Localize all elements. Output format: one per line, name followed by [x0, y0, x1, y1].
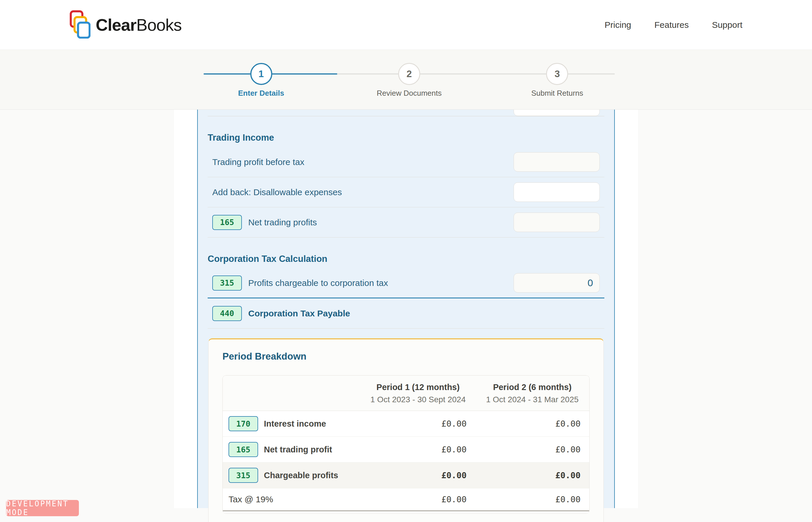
- page-body: Trading Income Trading profit before tax…: [0, 96, 812, 508]
- step-1-label[interactable]: Enter Details: [209, 89, 313, 98]
- step-3-circle[interactable]: 3: [546, 63, 568, 85]
- logo-pages-icon: [69, 10, 90, 40]
- step-2-circle[interactable]: 2: [398, 63, 420, 85]
- development-mode-badge: DEVELOPMENT MODE: [6, 500, 79, 516]
- wizard-stepper: 1 2 3 Enter Details Review Documents Sub…: [204, 50, 615, 109]
- chargeable-profits-input[interactable]: 0: [513, 273, 600, 293]
- row-label: Profits chargeable to corporation tax: [248, 278, 388, 288]
- box-165-badge: 165: [228, 442, 258, 457]
- form-row-trading-profit: Trading profit before tax: [208, 147, 604, 177]
- form-row-disallowable-expenses: Add back: Disallowable expenses: [208, 177, 604, 207]
- totals-divider: [223, 510, 589, 513]
- period-1-dates: 1 Oct 2023 - 30 Sept 2024: [361, 395, 475, 404]
- row-label: Tax @ 19%: [228, 495, 273, 504]
- period-breakdown-title: Period Breakdown: [222, 351, 590, 362]
- period-2-dates: 1 Oct 2024 - 31 Mar 2025: [475, 395, 589, 404]
- table-row-interest-income: 170 Interest income £0.00 £0.00: [223, 411, 589, 437]
- stepper-band: 1 2 3 Enter Details Review Documents Sub…: [0, 50, 812, 109]
- section-title-corporation-tax: Corporation Tax Calculation: [208, 254, 604, 264]
- form-row-net-trading-profits: 165 Net trading profits: [208, 207, 604, 238]
- period-breakdown-table: Period 1 (12 months) 1 Oct 2023 - 30 Sep…: [222, 375, 590, 514]
- period-1-value: £0.00: [361, 470, 475, 480]
- period-breakdown-card: Period Breakdown Period 1 (12 months) 1 …: [208, 338, 604, 522]
- box-315-badge: 315: [212, 276, 242, 290]
- site-header: ClearBooks Pricing Features Support: [0, 0, 812, 50]
- tax-form-panel: Trading Income Trading profit before tax…: [197, 96, 615, 508]
- period-1-value: £0.00: [361, 419, 475, 429]
- brand-name: ClearBooks: [96, 15, 182, 35]
- trading-profit-input[interactable]: [513, 152, 600, 172]
- section-title-trading-income: Trading Income: [208, 133, 604, 143]
- nav-pricing[interactable]: Pricing: [605, 20, 631, 30]
- box-165-badge: 165: [212, 215, 242, 230]
- row-label: Chargeable profits: [264, 471, 338, 480]
- table-row-net-trading-profit: 165 Net trading profit £0.00 £0.00: [223, 437, 589, 463]
- main-nav: Pricing Features Support: [605, 20, 743, 30]
- table-header-row: Period 1 (12 months) 1 Oct 2023 - 30 Sep…: [223, 376, 589, 411]
- section-divider: [208, 116, 604, 116]
- table-row-tax-rate: Tax @ 19% £0.00 £0.00: [223, 488, 589, 510]
- period-2-value: £0.00: [475, 419, 589, 429]
- disallowable-expenses-input[interactable]: [513, 182, 600, 202]
- nav-support[interactable]: Support: [712, 20, 743, 30]
- row-label: Net trading profits: [248, 218, 317, 227]
- period-2-value: £0.00: [475, 445, 589, 455]
- nav-features[interactable]: Features: [654, 20, 689, 30]
- period-1-header: Period 1 (12 months): [361, 382, 475, 392]
- row-label: Net trading profit: [264, 445, 332, 455]
- row-label: Interest income: [264, 419, 326, 429]
- period-1-value: £0.00: [361, 495, 475, 504]
- box-170-badge: 170: [228, 416, 258, 431]
- period-1-value: £0.00: [361, 445, 475, 455]
- period-2-header: Period 2 (6 months): [475, 382, 589, 392]
- content-column: Trading Income Trading profit before tax…: [174, 96, 638, 508]
- row-label: Trading profit before tax: [212, 157, 304, 167]
- row-label: Add back: Disallowable expenses: [212, 187, 342, 197]
- step-1-circle[interactable]: 1: [250, 63, 272, 85]
- period-2-value: £0.00: [475, 470, 589, 480]
- form-row-tax-payable: 440 Corporation Tax Payable: [208, 298, 604, 328]
- box-315-badge: 315: [228, 468, 258, 483]
- box-440-badge: 440: [212, 306, 242, 321]
- table-row-chargeable-profits: 315 Chargeable profits £0.00 £0.00: [223, 463, 589, 488]
- brand-logo[interactable]: ClearBooks: [69, 10, 182, 40]
- step-3-label[interactable]: Submit Returns: [505, 89, 609, 98]
- row-label: Corporation Tax Payable: [248, 308, 350, 318]
- form-row-chargeable-profits: 315 Profits chargeable to corporation ta…: [208, 268, 604, 298]
- net-trading-profits-input[interactable]: [513, 213, 600, 232]
- step-2-label[interactable]: Review Documents: [357, 89, 461, 98]
- period-2-value: £0.00: [475, 495, 589, 504]
